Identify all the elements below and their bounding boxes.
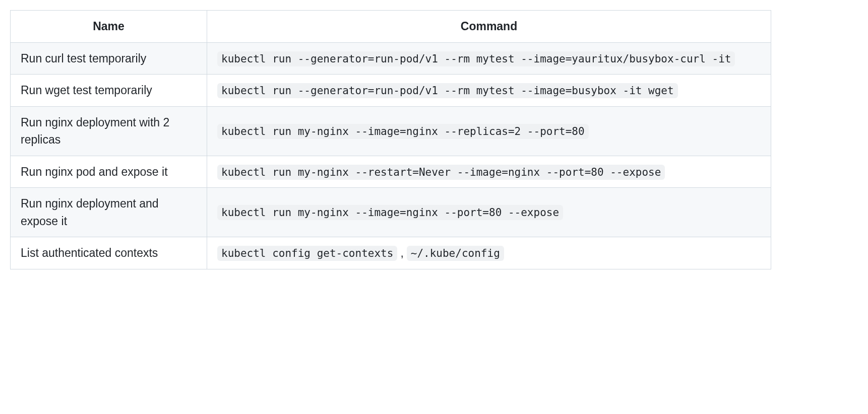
- command-code: kubectl run --generator=run-pod/v1 --rm …: [217, 51, 735, 66]
- command-code: ~/.kube/config: [407, 246, 504, 261]
- command-code: kubectl run my-nginx --image=nginx --por…: [217, 205, 563, 220]
- table-row: Run wget test temporarily kubectl run --…: [11, 75, 771, 107]
- command-code: kubectl run --generator=run-pod/v1 --rm …: [217, 83, 678, 98]
- command-code: kubectl run my-nginx --image=nginx --rep…: [217, 124, 589, 139]
- name-cell: Run nginx deployment with 2 replicas: [11, 106, 207, 156]
- name-cell: Run nginx deployment and expose it: [11, 188, 207, 237]
- table-header-row: Name Command: [11, 11, 771, 43]
- name-cell: Run wget test temporarily: [11, 75, 207, 107]
- table-row: Run nginx deployment and expose it kubec…: [11, 188, 771, 237]
- table-row: List authenticated contexts kubectl conf…: [11, 237, 771, 269]
- command-cell: kubectl config get-contexts,~/.kube/conf…: [207, 237, 771, 269]
- command-code: kubectl config get-contexts: [217, 246, 397, 261]
- command-cell: kubectl run --generator=run-pod/v1 --rm …: [207, 75, 771, 107]
- name-cell: Run curl test temporarily: [11, 42, 207, 75]
- header-name: Name: [11, 11, 207, 43]
- command-separator: ,: [397, 246, 406, 259]
- table-row: Run curl test temporarily kubectl run --…: [11, 42, 771, 75]
- command-cell: kubectl run my-nginx --image=nginx --por…: [207, 188, 771, 237]
- table-row: Run nginx deployment with 2 replicas kub…: [11, 106, 771, 156]
- header-command: Command: [207, 11, 771, 43]
- commands-table: Name Command Run curl test temporarily k…: [10, 10, 771, 269]
- command-cell: kubectl run my-nginx --image=nginx --rep…: [207, 106, 771, 156]
- name-cell: List authenticated contexts: [11, 237, 207, 269]
- command-code: kubectl run my-nginx --restart=Never --i…: [217, 165, 665, 180]
- name-cell: Run nginx pod and expose it: [11, 156, 207, 188]
- command-cell: kubectl run my-nginx --restart=Never --i…: [207, 156, 771, 188]
- command-cell: kubectl run --generator=run-pod/v1 --rm …: [207, 42, 771, 75]
- table-row: Run nginx pod and expose it kubectl run …: [11, 156, 771, 188]
